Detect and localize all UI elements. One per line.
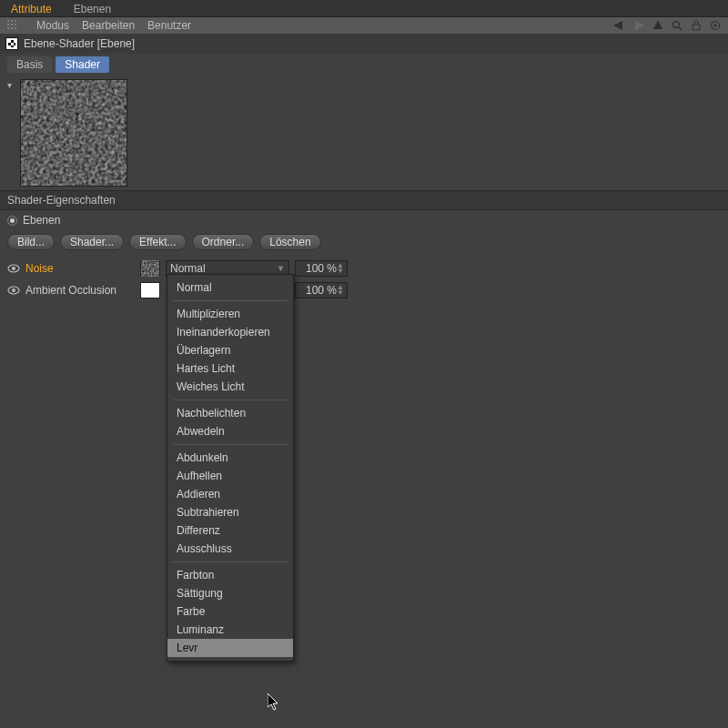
spinner-arrows-icon[interactable]: ▲▼ [337,263,344,274]
tab-attribute[interactable]: Attribute [0,0,63,16]
ebenen-radio[interactable] [7,216,17,226]
lock-icon[interactable] [692,20,701,31]
svg-marker-9 [613,21,622,30]
button-ordner[interactable]: Ordner... [192,234,255,250]
menu-benutzer[interactable]: Benutzer [147,19,191,32]
svg-rect-2 [15,20,16,22]
svg-rect-4 [11,24,13,25]
top-tab-bar: Attribute Ebenen [0,0,728,17]
layer-list: Noise Normal ▼ 100 % ▲▼ Ambient Occlusio… [0,254,728,305]
mi-ineinanderkopieren[interactable]: Ineinanderkopieren [167,323,293,341]
opacity-spinner-noise[interactable]: 100 % ▲▼ [295,260,348,277]
opacity-spinner-ao[interactable]: 100 % ▲▼ [295,282,348,298]
button-effekt[interactable]: Effekt... [129,234,186,250]
menubar: Modus Bearbeiten Benutzer [0,17,728,34]
mi-ueberlagern[interactable]: Überlagern [167,341,293,359]
mi-nachbelichten[interactable]: Nachbelichten [167,404,293,422]
mi-hartes-licht[interactable]: Hartes Licht [167,359,293,378]
mi-addieren[interactable]: Addieren [167,485,293,503]
opacity-slider-ao[interactable] [353,282,721,298]
search-icon[interactable] [672,20,682,31]
svg-rect-6 [7,27,9,29]
layer-shader-icon [5,37,18,50]
blend-mode-menu: Normal Multiplizieren Ineinanderkopieren… [167,274,294,662]
layer-row-noise[interactable]: Noise Normal ▼ 100 % ▲▼ [7,258,721,279]
cursor-icon [268,693,280,712]
shader-preview[interactable] [20,79,127,187]
nav-back-icon[interactable] [613,21,626,30]
preview-expander[interactable]: ▾ [7,79,16,90]
svg-rect-14 [693,25,700,30]
grid-icon[interactable] [7,20,18,31]
mi-farbton[interactable]: Farbton [167,566,293,584]
layer-row-ao[interactable]: Ambient Occlusion 100 % ▲▼ [7,279,721,301]
mi-aufhellen[interactable]: Aufhellen [167,467,293,485]
menu-modus[interactable]: Modus [36,19,69,32]
layer-ao-label: Ambient Occlusion [25,284,135,297]
svg-point-12 [673,22,680,28]
opacity-slider-noise[interactable] [353,260,721,277]
mi-normal[interactable]: Normal [167,278,293,297]
object-header: Ebene-Shader [Ebene] [0,34,728,54]
visibility-icon[interactable] [7,264,20,273]
menu-separator [173,399,288,400]
target-icon[interactable] [710,20,721,31]
svg-marker-10 [635,21,644,30]
subtab-basis[interactable]: Basis [7,56,52,73]
mi-weiches-licht[interactable]: Weiches Licht [167,378,293,396]
object-title: Ebene-Shader [Ebene] [24,37,135,50]
opacity-value-noise: 100 % [306,262,337,275]
mi-saettigung[interactable]: Sättigung [167,584,293,602]
tab-ebenen[interactable]: Ebenen [63,0,122,16]
svg-rect-5 [15,24,16,25]
visibility-icon[interactable] [7,286,20,295]
button-loeschen[interactable]: Löschen [259,234,320,250]
svg-rect-1 [11,20,13,22]
menubar-right-icons [613,20,721,31]
menu-separator [173,300,288,301]
svg-point-16 [714,25,717,27]
svg-rect-3 [7,24,9,25]
button-shader[interactable]: Shader... [60,234,124,250]
chevron-down-icon: ▼ [277,264,285,273]
blend-mode-value-noise: Normal [170,262,206,275]
layer-ao-swatch[interactable] [140,282,160,298]
mi-luminanz[interactable]: Luminanz [167,621,293,639]
subtab-shader[interactable]: Shader [56,56,109,73]
svg-rect-21 [141,261,159,276]
subtab-bar: Basis Shader [0,54,728,76]
mi-subtrahieren[interactable]: Subtrahieren [167,503,293,521]
opacity-value-ao: 100 % [306,284,337,297]
ebenen-row: Ebenen [0,210,728,230]
mi-abwedeln[interactable]: Abwedeln [167,422,293,440]
svg-line-13 [679,27,682,30]
section-shader-properties: Shader-Eigenschaften [0,190,728,210]
shader-buttons-row: Bild... Shader... Effekt... Ordner... Lö… [0,230,728,254]
mi-multiplizieren[interactable]: Multiplizieren [167,305,293,323]
mi-farbe[interactable]: Farbe [167,602,293,621]
layer-noise-label: Noise [25,262,135,275]
svg-rect-18 [21,80,126,186]
button-bild[interactable]: Bild... [7,234,55,250]
svg-marker-24 [268,693,278,710]
preview-area: ▾ [0,76,728,190]
svg-rect-0 [7,20,9,22]
mi-ausschluss[interactable]: Ausschluss [167,540,293,558]
menu-separator [173,561,288,562]
menu-separator [173,444,288,445]
nav-forward-dim-icon[interactable] [635,21,644,30]
mi-differenz[interactable]: Differenz [167,521,293,540]
ebenen-label: Ebenen [23,214,60,227]
svg-marker-11 [653,20,662,29]
mi-levr[interactable]: Levr [167,639,293,657]
svg-point-20 [12,267,15,270]
menu-bearbeiten[interactable]: Bearbeiten [82,19,135,32]
nav-up-icon[interactable] [653,20,662,31]
layer-noise-swatch[interactable] [140,260,160,277]
svg-rect-7 [11,27,13,29]
svg-point-23 [12,288,15,292]
spinner-arrows-icon[interactable]: ▲▼ [337,285,344,296]
svg-rect-8 [15,27,16,29]
mi-abdunkeln[interactable]: Abdunkeln [167,449,293,467]
